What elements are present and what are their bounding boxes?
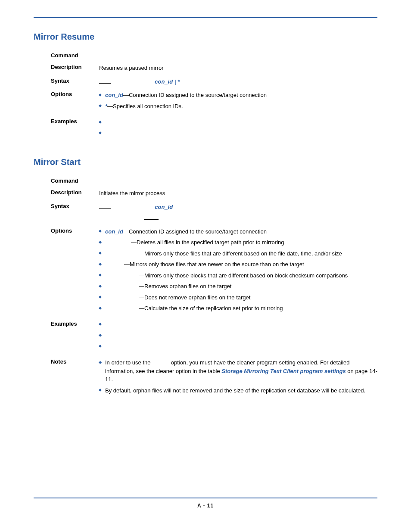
option-item: —Deletes all files in the specified targ… — [99, 238, 377, 247]
label-options: Options — [51, 227, 99, 234]
option-item: —Mirrors only those blocks that are diff… — [99, 271, 377, 280]
syntax-placeholder — [99, 203, 111, 209]
syntax-placeholder — [144, 214, 159, 220]
link-storage-mirroring[interactable]: Storage Mirroring Text Client program se… — [221, 368, 346, 374]
note-item: By default, orphan files will not be rem… — [99, 386, 377, 395]
label-notes: Notes — [51, 358, 99, 365]
label-examples: Examples — [51, 118, 99, 124]
label-description: Description — [51, 64, 99, 70]
page-footer: A - 11 — [34, 498, 377, 509]
option-item: —Does not remove orphan files on the tar… — [99, 293, 377, 302]
syntax-params: con_id — [155, 204, 173, 210]
heading-mirror-resume: Mirror Resume — [34, 32, 377, 42]
label-examples: Examples — [51, 320, 99, 327]
option-item: —Removes orphan files on the target — [99, 282, 377, 291]
label-command: Command — [51, 177, 99, 184]
option-item: con_id—Connection ID assigned to the sou… — [99, 91, 377, 100]
label-command: Command — [51, 52, 99, 59]
example-item — [99, 118, 377, 127]
syntax-placeholder — [99, 78, 111, 84]
note-item: In order to use the option, you must hav… — [99, 358, 377, 384]
example-item — [99, 331, 377, 340]
option-item: —Calculate the size of the replication s… — [99, 304, 377, 313]
label-description: Description — [51, 189, 99, 196]
example-item — [99, 342, 377, 351]
option-item: —Mirrors only those files that are diffe… — [99, 249, 377, 258]
label-syntax: Syntax — [51, 203, 99, 209]
syntax-params: con_id | * — [155, 78, 180, 85]
section-mirror-resume: Command Description Resumes a paused mir… — [51, 52, 377, 140]
text-description: Resumes a paused mirror — [99, 64, 377, 72]
example-item — [99, 320, 377, 329]
example-item — [99, 129, 377, 138]
label-options: Options — [51, 91, 99, 97]
section-mirror-start: Command Description Initiates the mirror… — [51, 177, 377, 397]
option-item: con_id—Connection ID assigned to the sou… — [99, 227, 377, 236]
option-item: *—Specifies all connection IDs. — [99, 102, 377, 111]
text-description: Initiates the mirror process — [99, 189, 377, 198]
option-item: —Mirrors only those files that are newer… — [99, 260, 377, 269]
heading-mirror-start: Mirror Start — [34, 157, 377, 167]
label-syntax: Syntax — [51, 78, 99, 84]
